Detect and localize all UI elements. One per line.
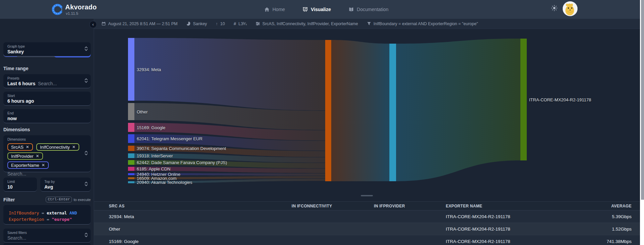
sankey-node-label: 62041: Telegram Messenger EUR <box>137 136 203 141</box>
next-panel-sliver <box>3 243 91 245</box>
table-column-header: IN IFPROVIDER <box>374 204 446 208</box>
table-cell: ITRA-CORE-MX204-R2-191178 <box>446 239 604 244</box>
funnel-icon <box>367 21 371 26</box>
table-body: 32934: MetaITRA-CORE-MX204-R2-1911785.39… <box>94 210 644 245</box>
results-table: SRC ASIN IFCONNECTIVITYIN IFPROVIDEREXPO… <box>94 201 644 245</box>
filter-line-1: InIfBoundary = external AND <box>9 210 85 216</box>
sankey-node-label: 39074: Sepanta Communication Development <box>137 146 226 151</box>
table-column-header: AVERAGE <box>604 204 632 208</box>
toolbar-item-text: L3ᵇ⁄ₛ <box>239 21 247 26</box>
sankey-node-label-exporter: ITRA-CORE-MX204-R2-191178 <box>529 97 591 102</box>
toolbar-item-text: InIfBoundary = external AND ExporterRegi… <box>374 21 478 26</box>
sankey-node-bar-ifconnectivity <box>325 40 331 181</box>
sankey-node-bar-exporter <box>520 39 527 160</box>
table-row: 15169: GoogleITRA-CORE-MX204-R2-19117874… <box>94 235 644 245</box>
table-cell: 15169: Google <box>109 239 292 244</box>
toolbar-item-text: August 21, 2025 8:51 AM — 2:51 PM <box>108 21 177 26</box>
toolbar-item-arrow-up: ↑10 <box>216 21 225 26</box>
page-scrollbar[interactable] <box>640 0 644 245</box>
toolbar-item-funnel: InIfBoundary = external AND ExporterRegi… <box>367 21 478 26</box>
table-row: 32934: MetaITRA-CORE-MX204-R2-1911785.39… <box>94 210 644 223</box>
table-cell: 32934: Meta <box>109 214 292 219</box>
table-cell: ITRA-CORE-MX204-R2-191178 <box>446 227 604 232</box>
sankey-node-label: 20940: Akamai Technologies <box>137 180 192 185</box>
table-cell: Other <box>109 227 292 232</box>
sankey-node-label: 19318: InterServer <box>137 153 173 158</box>
sankey-node-label: 32934: Meta <box>137 67 161 72</box>
saved-filters-select[interactable]: Saved filters Search... <box>3 229 91 243</box>
filter-expression-editor[interactable]: InIfBoundary = external AND ExporterRegi… <box>3 205 91 225</box>
table-cell: 5.39Gbps <box>604 214 632 219</box>
chevron-up-down-icon <box>84 232 88 239</box>
sankey-flow <box>331 40 389 181</box>
sankey-node-bar <box>128 103 134 120</box>
saved-filters-placeholder: Search... <box>7 235 87 241</box>
sankey-node-bar <box>128 146 134 151</box>
toolbar-item-sliders: SrcAS, InIfConnectivity, InIfProvider, E… <box>256 21 358 26</box>
sankey-node-bar <box>128 173 134 175</box>
toolbar-item-hash: #L3ᵇ⁄ₛ <box>234 21 247 26</box>
sankey-node-label: 6185: Apple CDN <box>137 166 170 172</box>
sankey-flow <box>396 39 520 181</box>
sankey-node-bar <box>128 134 134 143</box>
pie-icon <box>186 21 190 26</box>
toolbar-item-pie: Sankey <box>186 21 207 26</box>
sankey-node-bar <box>128 160 134 165</box>
hash-icon: # <box>234 21 236 26</box>
sankey-node-bar <box>128 153 134 158</box>
sankey-node-bar-ifprovider <box>389 44 396 181</box>
toolbar-item-text: Sankey <box>193 21 207 26</box>
arrow-up-icon: ↑ <box>216 21 218 26</box>
query-summary-toolbar: August 21, 2025 8:51 AM — 2:51 PMSankey↑… <box>94 19 644 29</box>
sankey-node-bar <box>128 181 134 183</box>
table-column-header: SRC AS <box>109 204 292 208</box>
table-cell: 1.52Gbps <box>604 227 632 232</box>
filter-expression: InIfBoundary = external AND ExporterRegi… <box>7 207 87 225</box>
sankey-node-bar <box>128 177 134 179</box>
toolbar-item-text: SrcAS, InIfConnectivity, InIfProvider, E… <box>262 21 358 26</box>
table-row: OtherITRA-CORE-MX204-R2-1911781.52Gbps <box>94 223 644 235</box>
sidebar-collapse-button[interactable]: ‹ <box>89 21 97 28</box>
sankey-flow <box>134 38 325 110</box>
toolbar-item-text: 10 <box>220 21 225 26</box>
sankey-node-label: Other <box>137 109 148 114</box>
calendar-icon <box>101 21 106 26</box>
sankey-node-bar <box>128 123 134 132</box>
akvorado-visualize-screen: 32934: MetaOther15169: Google62041: Tele… <box>0 0 644 245</box>
table-cell: ITRA-CORE-MX204-R2-191178 <box>446 214 604 219</box>
sankey-node-bar <box>128 167 134 171</box>
filter-line-2: ExporterRegion = "europe" <box>9 216 85 223</box>
table-column-header: IN IFCONNECTIVITY <box>292 204 374 208</box>
table-header-row: SRC ASIN IFCONNECTIVITYIN IFPROVIDEREXPO… <box>94 201 644 210</box>
toolbar-item-calendar: August 21, 2025 8:51 AM — 2:51 PM <box>101 21 177 26</box>
scrollbar-thumb[interactable] <box>641 0 644 200</box>
table-column-header: EXPORTER NAME <box>446 204 604 208</box>
table-cell: 741.38Mbps <box>604 239 632 244</box>
sankey-node-label: 15169: Google <box>137 125 165 130</box>
sliders-icon <box>256 21 260 26</box>
sankey-node-bar <box>128 38 134 101</box>
sankey-node-label: 62442: Dade Samane Fanava Company (PJS) <box>137 160 227 165</box>
resize-handle[interactable] <box>361 195 373 196</box>
saved-filters-label: Saved filters <box>7 231 87 235</box>
